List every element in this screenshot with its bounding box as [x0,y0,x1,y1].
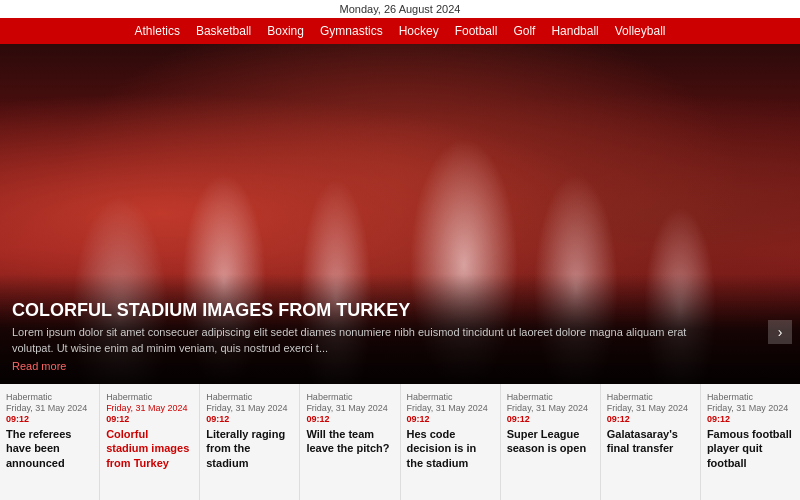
news-item-3[interactable]: HabermaticFriday, 31 May 202409:12Will t… [300,384,400,500]
news-brand-5: Habermatic [507,392,594,402]
news-date-7: Friday, 31 May 2024 [707,403,794,413]
news-item-6[interactable]: HabermaticFriday, 31 May 202409:12Galata… [601,384,701,500]
news-time-5: 09:12 [507,414,594,424]
hero-read-more[interactable]: Read more [12,360,66,372]
news-time-1: 09:12 [106,414,193,424]
news-headline-7: Famous football player quit football [707,427,794,470]
news-brand-1: Habermatic [106,392,193,402]
nav-item-athletics[interactable]: Athletics [135,24,180,38]
news-time-0: 09:12 [6,414,93,424]
news-headline-4: Hes code decision is in the stadium [407,427,494,470]
news-time-4: 09:12 [407,414,494,424]
news-brand-2: Habermatic [206,392,293,402]
news-item-0[interactable]: HabermaticFriday, 31 May 202409:12The re… [0,384,100,500]
news-date-5: Friday, 31 May 2024 [507,403,594,413]
nav-item-basketball[interactable]: Basketball [196,24,251,38]
news-brand-4: Habermatic [407,392,494,402]
news-item-5[interactable]: HabermaticFriday, 31 May 202409:12Super … [501,384,601,500]
news-item-4[interactable]: HabermaticFriday, 31 May 202409:12Hes co… [401,384,501,500]
hero-text-container: COLORFUL STADIUM IMAGES FROM TURKEY Lore… [12,300,720,374]
news-item-7[interactable]: HabermaticFriday, 31 May 202409:12Famous… [701,384,800,500]
nav-item-golf[interactable]: Golf [513,24,535,38]
news-headline-0: The referees have been announced [6,427,93,470]
news-brand-0: Habermatic [6,392,93,402]
news-date-0: Friday, 31 May 2024 [6,403,93,413]
nav-item-boxing[interactable]: Boxing [267,24,304,38]
news-date-2: Friday, 31 May 2024 [206,403,293,413]
nav-item-handball[interactable]: Handball [551,24,598,38]
top-bar: Monday, 26 August 2024 [0,0,800,18]
news-item-2[interactable]: HabermaticFriday, 31 May 202409:12Litera… [200,384,300,500]
news-date-6: Friday, 31 May 2024 [607,403,694,413]
news-time-6: 09:12 [607,414,694,424]
nav-item-volleyball[interactable]: Volleyball [615,24,666,38]
hero-title: COLORFUL STADIUM IMAGES FROM TURKEY [12,300,720,321]
nav-bar: AthleticsBasketballBoxingGymnasticsHocke… [0,18,800,44]
news-headline-1: Colorful stadium images from Turkey [106,427,193,470]
nav-item-gymnastics[interactable]: Gymnastics [320,24,383,38]
news-time-3: 09:12 [306,414,393,424]
news-headline-5: Super League season is open [507,427,594,456]
news-brand-6: Habermatic [607,392,694,402]
nav-item-hockey[interactable]: Hockey [399,24,439,38]
news-time-7: 09:12 [707,414,794,424]
news-headline-3: Will the team leave the pitch? [306,427,393,456]
news-brand-7: Habermatic [707,392,794,402]
news-headline-6: Galatasaray's final transfer [607,427,694,456]
news-brand-3: Habermatic [306,392,393,402]
news-date-1: Friday, 31 May 2024 [106,403,193,413]
news-date-4: Friday, 31 May 2024 [407,403,494,413]
news-strip: HabermaticFriday, 31 May 202409:12The re… [0,384,800,500]
news-date-3: Friday, 31 May 2024 [306,403,393,413]
date-label: Monday, 26 August 2024 [340,3,461,15]
hero-description: Lorem ipsum dolor sit amet consecuer adi… [12,325,720,356]
news-item-1[interactable]: HabermaticFriday, 31 May 202409:12Colorf… [100,384,200,500]
hero-arrow-button[interactable]: › [768,320,792,344]
news-time-2: 09:12 [206,414,293,424]
nav-item-football[interactable]: Football [455,24,498,38]
hero-section: COLORFUL STADIUM IMAGES FROM TURKEY Lore… [0,44,800,384]
news-headline-2: Literally raging from the stadium [206,427,293,470]
